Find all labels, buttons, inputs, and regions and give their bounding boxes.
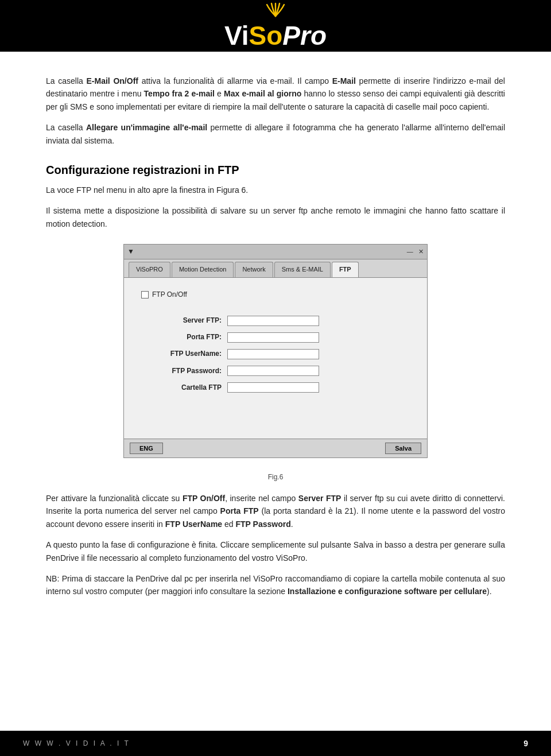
tab-visopro[interactable]: ViSoPRO <box>129 262 170 277</box>
page-footer: W W W . V I D I A . I T 9 <box>0 731 551 756</box>
logo-vi: Vi <box>224 20 249 51</box>
ftp-username-input[interactable] <box>227 349 319 359</box>
titlebar-arrow-icon: ▼ <box>127 246 134 257</box>
paragraph-config-done: A questo punto la fase di configurazione… <box>46 538 505 564</box>
salva-button[interactable]: Salva <box>385 443 421 454</box>
bold-porta-ftp: Porta FTP <box>220 506 259 515</box>
ftp-onoff-label: FTP On/Off <box>152 289 187 300</box>
paragraph-email-onoff: La casella E-Mail On/Off attiva la funzi… <box>46 75 505 113</box>
tab-network[interactable]: Network <box>235 262 273 277</box>
ftp-form: Server FTP: Porta FTP: FTP UserName: FTP… <box>135 309 416 405</box>
logo-pro: Pro <box>282 20 327 51</box>
porta-ftp-label: Porta FTP: <box>147 332 222 343</box>
paragraph-nb: NB: Prima di staccare la PenDrive dal pc… <box>46 572 505 598</box>
ftp-password-input[interactable] <box>227 366 319 376</box>
bold-email-onoff: E-Mail On/Off <box>87 76 138 86</box>
fig-caption: Fig.6 <box>46 472 505 483</box>
page-header: Vi So Pro <box>0 0 551 52</box>
paragraph-allegare: La casella Allegare un'immagine all'e-ma… <box>46 121 505 147</box>
bold-ftp-password: FTP Password <box>236 519 291 529</box>
logo: Vi So Pro <box>224 1 327 51</box>
bold-email: E-Mail <box>332 76 356 86</box>
ftp-username-label: FTP UserName: <box>147 348 222 359</box>
server-ftp-row: Server FTP: <box>147 315 404 326</box>
ftp-config-window: ▼ — ✕ ViSoPRO Motion Detection Network S… <box>123 244 428 458</box>
window-footer: ENG Salva <box>124 439 427 458</box>
tab-motion-detection[interactable]: Motion Detection <box>172 262 234 277</box>
bold-allegare: Allegare un'immagine all'e-mail <box>86 123 207 132</box>
window-tabs: ViSoPRO Motion Detection Network Sms & E… <box>124 259 427 278</box>
ftp-password-label: FTP Password: <box>147 366 222 377</box>
porta-ftp-input[interactable] <box>227 332 319 343</box>
bold-installazione: Installazione e configurazione software … <box>288 587 487 596</box>
bold-tempo: Tempo fra 2 e-mail <box>144 89 215 98</box>
titlebar-close-button[interactable]: — ✕ <box>407 247 424 257</box>
cartella-ftp-input[interactable] <box>227 382 319 393</box>
tab-sms-email[interactable]: Sms & E-MAIL <box>274 262 331 277</box>
ftp-onoff-checkbox[interactable] <box>141 291 149 298</box>
server-ftp-input[interactable] <box>227 316 319 326</box>
ftp-username-row: FTP UserName: <box>147 348 404 359</box>
section-sub1: La voce FTP nel menu in alto apre la fin… <box>46 184 505 196</box>
server-ftp-label: Server FTP: <box>147 315 222 326</box>
footer-page-number: 9 <box>523 739 528 748</box>
window-body: FTP On/Off Server FTP: Porta FTP: FTP Us… <box>124 278 427 439</box>
cartella-ftp-label: Cartella FTP <box>147 382 222 393</box>
eng-button[interactable]: ENG <box>130 443 163 454</box>
bold-ftp-onoff: FTP On/Off <box>183 494 225 503</box>
logo-so: So <box>249 20 283 51</box>
section-title-ftp: Configurazione registrazioni in FTP <box>46 161 505 179</box>
close-icon: — ✕ <box>407 248 424 255</box>
bold-server-ftp: Server FTP <box>298 494 342 503</box>
window-titlebar: ▼ — ✕ <box>124 245 427 259</box>
titlebar-left: ▼ <box>127 246 134 257</box>
ftp-onoff-row: FTP On/Off <box>135 289 416 300</box>
bold-max-email: Max e-mail al giorno <box>224 89 301 98</box>
bold-ftp-username: FTP UserName <box>165 519 222 529</box>
tab-ftp[interactable]: FTP <box>332 262 359 277</box>
ftp-password-row: FTP Password: <box>147 366 404 377</box>
section-sub2: Il sistema mette a disposizione la possi… <box>46 204 505 230</box>
porta-ftp-row: Porta FTP: <box>147 332 404 343</box>
main-content: La casella E-Mail On/Off attiva la funzi… <box>0 52 551 652</box>
footer-url: W W W . V I D I A . I T <box>23 739 130 747</box>
paragraph-ftp-instructions: Per attivare la funzionalità cliccate su… <box>46 492 505 530</box>
cartella-ftp-row: Cartella FTP <box>147 382 404 393</box>
